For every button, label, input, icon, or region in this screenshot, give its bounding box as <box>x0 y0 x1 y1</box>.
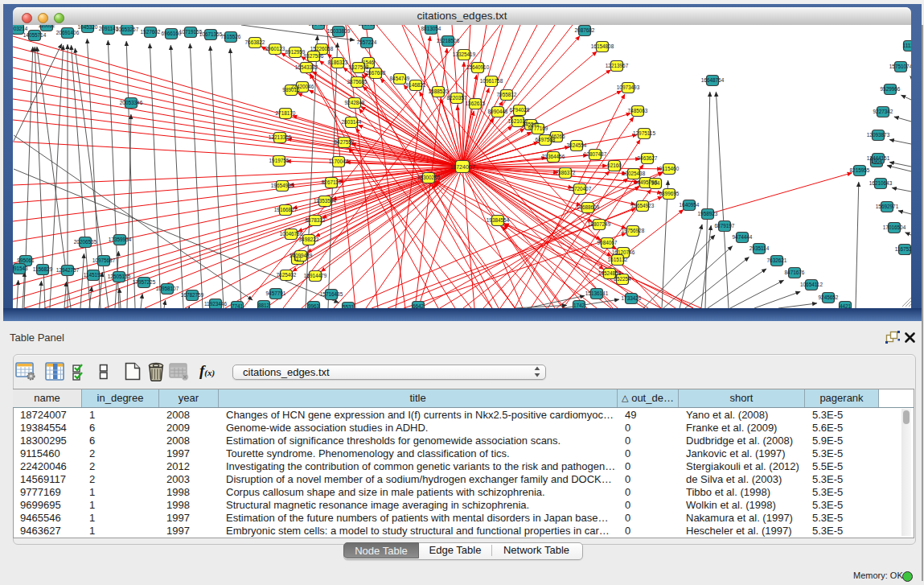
svg-text:8878332: 8878332 <box>306 217 326 223</box>
svg-text:6794028: 6794028 <box>510 107 530 113</box>
svg-text:8259124: 8259124 <box>359 25 379 27</box>
svg-text:17016504: 17016504 <box>883 225 906 230</box>
svg-text:2867608: 2867608 <box>366 70 386 76</box>
svg-text:7485063: 7485063 <box>628 108 648 113</box>
svg-text:8813054: 8813054 <box>421 26 441 31</box>
svg-text:2087682: 2087682 <box>575 27 595 33</box>
svg-text:6879197: 6879197 <box>715 223 735 229</box>
svg-text:1362615: 1362615 <box>466 101 486 106</box>
svg-text:7741: 7741 <box>232 303 244 308</box>
svg-text:17359934: 17359934 <box>109 237 132 242</box>
svg-text:9327508: 9327508 <box>349 64 369 70</box>
svg-text:10671355: 10671355 <box>199 31 223 37</box>
svg-text:2718170: 2718170 <box>276 110 296 116</box>
svg-text:12942757: 12942757 <box>56 267 80 273</box>
svg-text:21364456: 21364456 <box>542 154 565 159</box>
svg-text:1156829: 1156829 <box>33 266 53 272</box>
svg-text:15692971: 15692971 <box>876 204 899 209</box>
svg-text:1167535: 1167535 <box>895 246 911 252</box>
svg-text:991543: 991543 <box>13 266 28 271</box>
svg-text:8186323: 8186323 <box>328 60 348 65</box>
svg-text:1903214: 1903214 <box>13 26 28 31</box>
svg-text:7663822: 7663822 <box>245 39 265 45</box>
svg-text:12213967: 12213967 <box>606 63 629 68</box>
svg-text:10807487: 10807487 <box>584 151 607 157</box>
svg-text:9245652: 9245652 <box>819 295 839 300</box>
svg-text:8215955: 8215955 <box>850 167 870 173</box>
svg-text:6899695: 6899695 <box>659 191 680 196</box>
svg-text:9104524: 9104524 <box>309 25 329 27</box>
svg-text:7632621: 7632621 <box>767 257 787 263</box>
svg-text:9457791: 9457791 <box>266 290 286 296</box>
svg-text:8220357: 8220357 <box>447 95 467 101</box>
svg-text:8267110: 8267110 <box>322 179 342 185</box>
svg-text:7515526: 7515526 <box>221 34 241 39</box>
svg-text:16782759: 16782759 <box>181 292 204 298</box>
svg-text:12213369: 12213369 <box>269 134 292 140</box>
svg-text:12505135: 12505135 <box>108 274 131 279</box>
svg-text:16648764: 16648764 <box>701 77 725 83</box>
svg-text:20053346: 20053346 <box>120 100 143 105</box>
svg-text:904: 904 <box>651 180 660 186</box>
svg-text:62160: 62160 <box>607 163 622 168</box>
svg-text:2803144: 2803144 <box>342 119 362 125</box>
svg-text:8912959: 8912959 <box>285 49 306 55</box>
svg-text:12444151: 12444151 <box>867 155 890 161</box>
svg-text:252254: 252254 <box>614 276 631 282</box>
svg-text:12093873: 12093873 <box>867 132 890 138</box>
svg-text:15720407: 15720407 <box>569 186 592 192</box>
svg-text:8812: 8812 <box>258 303 270 308</box>
svg-text:13524851: 13524851 <box>598 270 622 276</box>
svg-text:16210643: 16210643 <box>869 180 893 186</box>
svg-text:18807249: 18807249 <box>588 221 611 227</box>
svg-text:18300295: 18300295 <box>417 175 441 180</box>
svg-text:5531: 5531 <box>343 304 355 308</box>
svg-text:15640910: 15640910 <box>466 64 490 70</box>
svg-text:11923446: 11923446 <box>204 301 227 307</box>
svg-text:9474444: 9474444 <box>733 234 753 240</box>
svg-text:8427552: 8427552 <box>335 139 355 145</box>
svg-text:19384554: 19384554 <box>487 217 510 223</box>
svg-text:19654923: 19654923 <box>631 203 655 208</box>
svg-text:14055714: 14055714 <box>23 32 47 38</box>
svg-text:1045320: 1045320 <box>78 25 98 30</box>
svg-text:10653267: 10653267 <box>116 27 139 32</box>
svg-text:16914479: 16914479 <box>304 273 327 278</box>
svg-text:16154808: 16154808 <box>591 43 614 49</box>
svg-text:9963: 9963 <box>308 303 320 308</box>
svg-text:4421: 4421 <box>840 303 852 308</box>
svg-text:7386372: 7386372 <box>556 170 576 175</box>
svg-text:7625402: 7625402 <box>277 272 297 278</box>
svg-text:1615132: 1615132 <box>608 257 628 262</box>
svg-text:2935114: 2935114 <box>749 245 770 251</box>
svg-text:9084067: 9084067 <box>598 240 618 245</box>
svg-text:19756928: 19756928 <box>622 228 645 233</box>
svg-text:9115460: 9115460 <box>659 166 680 171</box>
svg-text:1958923: 1958923 <box>698 211 718 216</box>
svg-text:10958107: 10958107 <box>156 286 179 291</box>
svg-text:1919755: 1919755 <box>269 158 290 163</box>
svg-text:9146821: 9146821 <box>406 82 426 88</box>
svg-text:1145194: 1145194 <box>84 272 104 278</box>
svg-text:10975687: 10975687 <box>92 257 116 263</box>
svg-text:1640954: 1640954 <box>680 202 700 208</box>
svg-text:1170044: 1170044 <box>329 159 349 164</box>
svg-text:8454749: 8454749 <box>390 76 410 81</box>
svg-text:1742: 1742 <box>573 303 585 308</box>
svg-text:10046786: 10046786 <box>280 231 303 237</box>
svg-text:20206535: 20206535 <box>74 239 97 245</box>
svg-text:20691406: 20691406 <box>56 30 80 35</box>
svg-text:18724007: 18724007 <box>450 164 474 170</box>
svg-text:8990448: 8990448 <box>488 109 508 114</box>
svg-text:3498222: 3498222 <box>299 237 319 242</box>
svg-text:9777169: 9777169 <box>528 126 548 131</box>
svg-text:10025438: 10025438 <box>622 171 646 176</box>
svg-text:9242848: 9242848 <box>345 100 365 105</box>
svg-text:16543382: 16543382 <box>295 64 318 70</box>
svg-text:10961758: 10961758 <box>480 78 503 84</box>
svg-text:13325419: 13325419 <box>453 51 476 57</box>
svg-text:9463627: 9463627 <box>638 155 658 161</box>
svg-text:10688609: 10688609 <box>577 204 600 210</box>
svg-text:1733426: 1733426 <box>622 295 642 301</box>
svg-text:7357224: 7357224 <box>357 39 377 45</box>
